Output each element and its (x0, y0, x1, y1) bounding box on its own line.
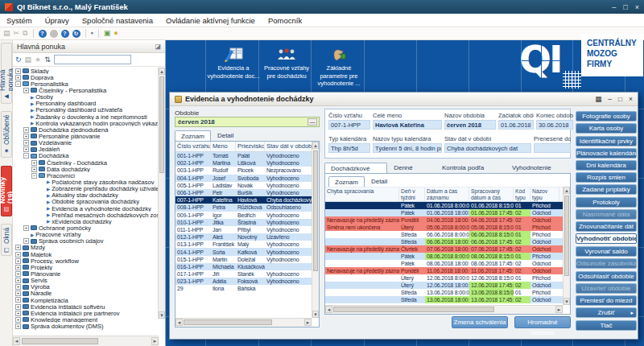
tree-item-doch-dzka[interactable]: −Dochádzka (13, 153, 159, 159)
expand-icon[interactable]: + (23, 88, 29, 93)
lock-icon[interactable]: ▪ (91, 29, 93, 38)
scroll-thumb[interactable] (313, 150, 318, 271)
expand-icon[interactable]: + (15, 304, 21, 310)
column-header[interactable]: Názov typu pohybu (530, 187, 559, 201)
attendance-record-row[interactable]: Pátek08.06.2018 8:00:0008.06.2018 8:15:0… (325, 253, 563, 260)
tab-detail[interactable]: Detail (211, 130, 240, 141)
scroll-right-icon[interactable]: ► (151, 337, 159, 345)
scroll-thumb[interactable] (159, 76, 164, 173)
person-row[interactable]: 29IlonaBáňská (175, 285, 312, 292)
menu-item--pravy[interactable]: Úpravy (39, 14, 76, 27)
button-znovuna-tanie-d-t[interactable]: Znovunačítanie dát (576, 221, 637, 232)
tree-horizontal-scrollbar[interactable]: ◄ ► (13, 336, 159, 346)
expand-icon[interactable]: + (23, 225, 29, 231)
nav-back-icon[interactable] (50, 30, 58, 38)
cut-icon[interactable]: ✂ (14, 29, 20, 38)
button-zadan-pr-platky[interactable]: Zadané príplatky (576, 184, 637, 195)
favorite-icon[interactable]: ★ (35, 55, 41, 64)
expand-icon[interactable]: + (23, 134, 29, 139)
column-header[interactable]: Deň v týždni (399, 187, 425, 201)
scroll-left-icon[interactable]: ◄ (13, 337, 20, 345)
menu-item-ovl-danie-akt-vnej-funkcie[interactable]: Ovládanie aktívnej funkcie (159, 14, 262, 27)
tree-item-po-iato-n-stavy-z-sobn-ka-nad-asov[interactable]: ▶Počiatočné stavy zásobníka nadčasov (13, 179, 159, 185)
button-fotografie-osoby[interactable]: Fotografie osoby (576, 111, 637, 122)
tree-item-evidencia-in-tal-ci-softv-ru[interactable]: +Evidencia inštalácií softvéru (13, 303, 159, 310)
people-horizontal-scrollbar[interactable]: ◄ ► (175, 318, 312, 327)
tree-item-evidencia-a-vyhodnotenie-doch-dzky[interactable]: ▶Evidencia a vyhodnotenie dochádzky (13, 205, 159, 212)
desktop-shortcut-hand-parameters-icon[interactable]: Základné parametre pre vyhodnotenie ... (312, 47, 365, 88)
scroll-down-icon[interactable]: ▼ (312, 311, 319, 318)
person-row[interactable]: 013-1-HPPFrantišekMalýVyhodnoceno (175, 241, 312, 248)
dialog-titlebar[interactable]: Evidencia a vyhodnotenie dochádzky ▦–□× (170, 93, 638, 106)
attendance-record-row[interactable]: Středa13.06.2018 8:00:0013.06.2018 8:15:… (325, 289, 563, 296)
button-zru-i-[interactable]: Zrušiť▸ (576, 307, 637, 318)
dialog-grid-icon[interactable]: ▦ (595, 95, 601, 103)
expand-icon[interactable]: + (15, 284, 21, 290)
scroll-up-icon[interactable]: ▲ (312, 142, 319, 149)
menu-item-pomocn-k[interactable]: Pomocník (262, 14, 308, 27)
records-vertical-scrollbar[interactable]: ▲ ▼ (563, 187, 570, 305)
tree-item-jed-le-[interactable]: +Jedáleň (13, 146, 159, 153)
tree-item-osoby[interactable]: ▶Osoby (13, 94, 159, 101)
button-prenies-do-miezd[interactable]: Preniesť do miezd (576, 295, 637, 306)
tree-item--seln-ky-doch-dzka[interactable]: +Číselníky - Dochádzka (13, 159, 159, 166)
button-ods-hlasi-obdobie[interactable]: Odsúhlasiť obdobie (576, 271, 637, 282)
column-header[interactable]: Meno (211, 142, 236, 151)
scroll-thumb[interactable] (333, 307, 494, 312)
collapse-icon[interactable]: − (31, 173, 37, 179)
person-row[interactable]: 005-1-HPPLadislavNovákVyhodnoceno (175, 182, 312, 189)
person-row[interactable]: 008-1-HPPPetraRůžičkováOdsouhlaseno (175, 204, 312, 211)
sidebar-tab-okn-[interactable]: ❐Okná (1, 224, 12, 256)
scroll-down-icon[interactable]: ▼ (159, 311, 165, 319)
dialog-close-icon[interactable]: × (629, 95, 633, 103)
tree-item-personalistika[interactable]: −Personalistika (13, 80, 159, 87)
attendance-record-row[interactable]: Nenavazuje na předešlý záznamPondělí04.0… (325, 216, 563, 224)
tree-item-knowledge-management[interactable]: +Knowledge management (13, 316, 159, 323)
workstation-icon[interactable]: ▣ (104, 29, 111, 38)
scroll-up-icon[interactable]: ▲ (564, 187, 570, 194)
button-vyrovna-saldo[interactable]: Vyrovnať saldo (576, 246, 637, 257)
sort-icon[interactable]: ⇅ (44, 55, 51, 64)
button-rozpis-smien[interactable]: Rozpis smien (576, 172, 637, 183)
person-row[interactable]: 017-1-HPPJiříStaněkVyhodnoceno (175, 270, 312, 278)
expand-icon[interactable]: + (15, 271, 21, 277)
attendance-record-row[interactable]: Úterý12.06.2018 8:00:0012.06.2018 8:15:0… (325, 274, 563, 282)
expand-icon[interactable]: + (15, 75, 21, 80)
dialog-minimize-icon[interactable]: – (608, 95, 612, 103)
tree-item-v-roba[interactable]: +Výroba (13, 284, 159, 290)
tree-item-pracovn-ci[interactable]: −Pracovníci (13, 172, 159, 179)
attendance-record-row[interactable]: Směna není ukončenaÚterý05.06.2018 8:00:… (325, 224, 563, 231)
sidebar-tab-hlavn-ponuka[interactable]: ▶Hlavná ponuka (1, 43, 12, 104)
close-icon[interactable]: × (635, 3, 639, 11)
expand-icon[interactable]: + (23, 127, 29, 133)
attendance-record-row[interactable]: Středa06.06.2018 8:00:0006.06.2018 8:15:… (325, 231, 563, 238)
dialog-maximize-icon[interactable]: □ (618, 95, 622, 103)
pin-icon[interactable]: ◪ (155, 43, 161, 50)
column-header[interactable]: Spracovaný dátum a čas (469, 187, 514, 201)
tree-item-obdobie-spracovania-doch-dzky[interactable]: ▶Obdobie spracovania dochádzky (13, 199, 159, 205)
button-protokoly[interactable]: Protokoly (576, 197, 637, 208)
expand-icon[interactable]: + (31, 167, 37, 172)
refresh-icon[interactable]: ↻ (15, 55, 22, 64)
person-row[interactable]: 006-1-HPPPetrBuršíkVyhodnoceno (175, 189, 312, 196)
scroll-thumb[interactable] (184, 319, 272, 325)
button-tla-[interactable]: Tlač (576, 320, 637, 331)
attendance-record-row[interactable]: Úterý12.06.2018 18:00:0012.06.2018 17:45… (325, 282, 563, 289)
button-dni-kalend-ra[interactable]: Dni kalendára (576, 160, 637, 171)
expand-icon[interactable]: + (15, 252, 21, 257)
menu-item-syst-m[interactable]: Systém (0, 14, 39, 27)
expand-icon[interactable]: + (15, 290, 21, 296)
expand-icon[interactable]: + (15, 245, 21, 250)
refresh-icon[interactable]: ↻ (72, 30, 80, 38)
scroll-right-icon[interactable]: ► (555, 306, 563, 313)
person-row[interactable]: 015-1-HPPMartinDoležalVyhodnoceno (175, 256, 312, 263)
scroll-thumb[interactable] (22, 338, 98, 344)
tree-item-servis[interactable]: +Servis (13, 278, 159, 284)
maximize-icon[interactable]: □ (623, 3, 627, 11)
button-pl-novacie-kalend-re[interactable]: Plánovacie kalendáre (576, 148, 637, 159)
person-row[interactable]: 023-1-HPPAdélaFoksováVyhodnoceno (175, 278, 312, 285)
tree-item--iadanky-o-dovolenky-a-in-nepr-tomnosti[interactable]: ▶Žiadanky o dovolenky a iné neprítomnost… (13, 113, 159, 120)
tab-zoznam[interactable]: Zoznam (175, 130, 211, 142)
desktop-shortcut-people-icon[interactable]: Pracovné vzťahy pre dochádzku (260, 47, 313, 80)
minimize-icon[interactable]: – (612, 3, 616, 11)
